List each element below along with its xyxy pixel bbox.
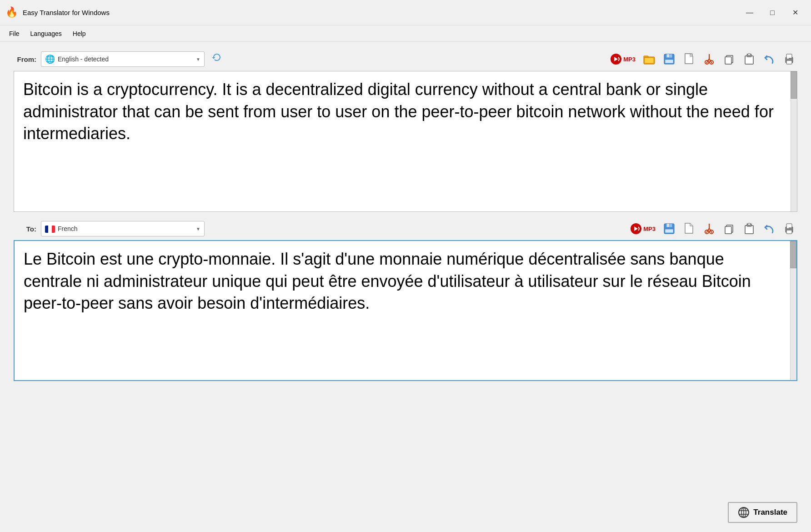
- restore-button[interactable]: □: [762, 5, 783, 20]
- translate-label: Translate: [753, 508, 787, 517]
- target-print-icon: [783, 223, 795, 235]
- app-title: Easy Translator for Windows: [23, 9, 739, 16]
- target-paste-button[interactable]: [741, 221, 757, 236]
- svg-rect-37: [745, 226, 753, 234]
- svg-rect-7: [667, 54, 669, 57]
- target-cut-button[interactable]: [701, 221, 717, 236]
- target-text-container: [14, 240, 797, 381]
- window-controls: — □ ✕: [739, 5, 806, 20]
- target-new-doc-icon: [684, 223, 695, 235]
- target-paste-icon: [743, 223, 755, 235]
- source-open-button[interactable]: [641, 52, 657, 66]
- app-icon: 🔥: [5, 6, 18, 19]
- source-save-button[interactable]: [661, 52, 677, 66]
- target-scrollbar-thumb[interactable]: [790, 241, 796, 268]
- target-undo-button[interactable]: [761, 221, 777, 236]
- target-scrollbar[interactable]: [790, 241, 796, 380]
- print-icon: [783, 53, 795, 65]
- to-label: To:: [14, 225, 36, 233]
- cut-icon: [704, 53, 715, 65]
- svg-rect-39: [748, 223, 751, 225]
- source-panel-header: From: 🌐 English - detected ▼: [14, 51, 797, 67]
- source-chevron-icon: ▼: [196, 57, 200, 62]
- source-panel: From: 🌐 English - detected ▼: [14, 51, 797, 212]
- source-flag-icon: 🌐: [45, 54, 55, 64]
- refresh-icon: [211, 52, 223, 64]
- target-save-icon: [663, 223, 675, 235]
- translate-button[interactable]: Translate: [728, 502, 797, 523]
- target-new-button[interactable]: [681, 221, 697, 236]
- svg-rect-21: [786, 54, 792, 58]
- svg-rect-27: [666, 224, 672, 227]
- speaker-icon: [610, 53, 622, 65]
- svg-rect-23: [787, 58, 789, 59]
- target-print-button[interactable]: [781, 221, 797, 236]
- from-label: From:: [14, 55, 36, 63]
- source-cut-button[interactable]: [701, 52, 717, 66]
- translate-area: Translate: [14, 497, 797, 523]
- target-copy-button[interactable]: [721, 221, 737, 236]
- svg-rect-36: [725, 226, 731, 234]
- close-button[interactable]: ✕: [785, 5, 806, 20]
- target-toolbar: MP3: [628, 221, 797, 236]
- source-scrollbar[interactable]: [791, 71, 797, 211]
- source-copy-button[interactable]: [721, 52, 737, 66]
- source-new-button[interactable]: [681, 52, 697, 66]
- paste-icon: [743, 53, 755, 65]
- menu-bar: File Languages Help: [0, 25, 811, 42]
- svg-rect-19: [748, 54, 751, 55]
- target-cut-icon: [704, 223, 715, 235]
- new-doc-icon: [684, 53, 695, 65]
- main-content: From: 🌐 English - detected ▼: [0, 42, 811, 532]
- source-language-name: English - detected: [58, 55, 109, 63]
- target-language-select[interactable]: French ▼: [41, 221, 205, 236]
- svg-rect-17: [745, 56, 753, 64]
- svg-rect-4: [645, 58, 654, 63]
- svg-rect-28: [667, 224, 669, 227]
- target-chevron-icon: ▼: [196, 226, 200, 231]
- source-scrollbar-thumb[interactable]: [791, 71, 797, 99]
- source-paste-button[interactable]: [741, 52, 757, 66]
- globe-icon: [738, 507, 750, 518]
- save-icon: [663, 53, 675, 65]
- target-panel-header: To: French ▼: [14, 221, 797, 236]
- svg-rect-8: [665, 60, 673, 63]
- svg-rect-3: [644, 56, 648, 58]
- target-flag-icon: [45, 225, 55, 232]
- svg-rect-42: [786, 230, 792, 234]
- menu-help[interactable]: Help: [67, 28, 91, 39]
- target-copy-icon: [723, 223, 735, 235]
- target-speaker-icon: [630, 223, 642, 235]
- minimize-button[interactable]: —: [739, 5, 760, 20]
- undo-icon: [763, 53, 775, 65]
- target-text-input[interactable]: [15, 241, 796, 380]
- source-undo-button[interactable]: [761, 52, 777, 66]
- svg-rect-43: [787, 227, 789, 228]
- mp3-label: MP3: [623, 56, 636, 63]
- svg-rect-6: [666, 54, 672, 58]
- target-language-name: French: [58, 225, 78, 232]
- target-mp3-button[interactable]: MP3: [628, 222, 657, 236]
- menu-languages[interactable]: Languages: [25, 28, 67, 39]
- source-text-input[interactable]: [14, 71, 797, 211]
- svg-rect-16: [725, 57, 731, 64]
- copy-icon: [723, 53, 735, 65]
- source-mp3-button[interactable]: MP3: [608, 52, 637, 66]
- title-bar: 🔥 Easy Translator for Windows — □ ✕: [0, 0, 811, 25]
- svg-rect-22: [786, 60, 792, 64]
- source-print-button[interactable]: [781, 52, 797, 66]
- source-language-select[interactable]: 🌐 English - detected ▼: [41, 51, 205, 67]
- open-folder-icon: [643, 53, 656, 65]
- refresh-button[interactable]: [209, 51, 225, 67]
- svg-rect-41: [786, 224, 792, 228]
- target-panel: To: French ▼: [14, 221, 797, 381]
- source-text-container: [14, 71, 797, 212]
- source-toolbar: MP3: [608, 52, 797, 66]
- svg-rect-29: [665, 229, 673, 233]
- menu-file[interactable]: File: [4, 28, 25, 39]
- target-undo-icon: [763, 223, 775, 235]
- target-mp3-label: MP3: [643, 226, 656, 232]
- target-save-button[interactable]: [661, 221, 677, 236]
